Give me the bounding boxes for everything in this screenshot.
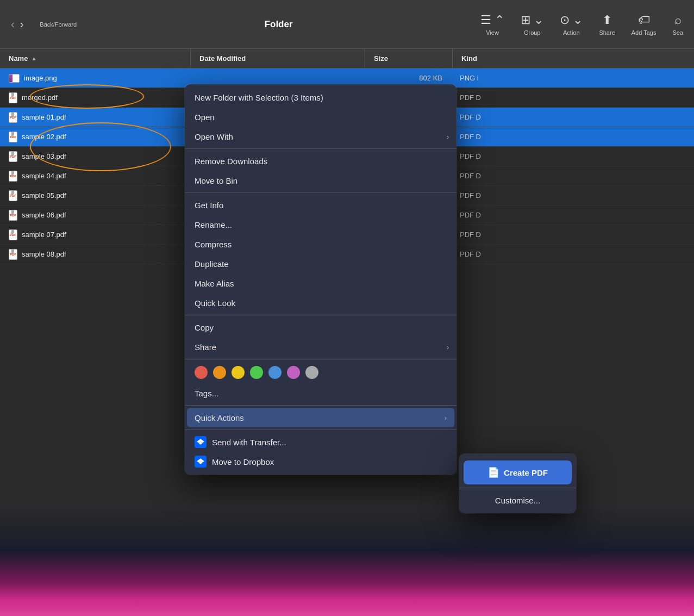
file-name: sample 02.pdf <box>22 133 66 141</box>
quick-actions-arrow-icon: › <box>445 414 447 422</box>
menu-divider-5 <box>185 405 457 406</box>
quick-actions-panel: 📄 Create PDF Customise... <box>459 454 576 513</box>
context-menu: New Folder with Selection (3 Items) Open… <box>185 84 457 475</box>
menu-move-to-dropbox[interactable]: Move to Dropbox <box>185 452 457 471</box>
file-name-cell: PDF sample 04.pdf <box>0 171 190 182</box>
group-icon: ⊞ ⌄ <box>521 13 543 27</box>
menu-make-alias[interactable]: Make Alias <box>185 273 457 293</box>
send-with-transfer-label: Send with Transfer... <box>212 438 286 447</box>
pdf-icon: PDF <box>9 112 17 123</box>
back-arrow-icon[interactable]: ‹ <box>11 18 15 30</box>
share-arrow-icon: › <box>447 343 449 351</box>
pdf-icon: PDF <box>9 190 17 201</box>
date-column-header[interactable]: Date Modified <box>191 54 365 63</box>
pdf-icon: PDF <box>9 92 17 103</box>
menu-remove-downloads[interactable]: Remove Downloads <box>185 151 457 171</box>
menu-get-info[interactable]: Get Info <box>185 195 457 215</box>
name-column-header[interactable]: Name ▲ <box>0 54 190 63</box>
forward-arrow-icon[interactable]: › <box>20 18 24 30</box>
pdf-icon: PDF <box>9 151 17 162</box>
pdf-icon: PDF <box>9 229 17 240</box>
menu-quick-look[interactable]: Quick Look <box>185 293 457 313</box>
tag-color-dot[interactable] <box>232 366 245 379</box>
file-kind-cell: PDF D <box>451 94 694 102</box>
dropbox-icon-2 <box>195 456 207 468</box>
file-kind-cell: PDF D <box>451 133 694 141</box>
file-name-cell: image.png <box>0 74 190 83</box>
file-name-cell: PDF sample 01.pdf <box>0 112 190 123</box>
file-name: sample 07.pdf <box>22 231 66 239</box>
share-button[interactable]: ⬆ Share <box>599 13 615 36</box>
add-tags-button[interactable]: 🏷 Add Tags <box>632 13 657 36</box>
menu-divider-6 <box>185 430 457 430</box>
file-name: merged.pdf <box>22 94 58 102</box>
open-with-arrow-icon: › <box>447 133 449 141</box>
bottom-gradient <box>0 507 694 616</box>
menu-open-with[interactable]: Open With › <box>185 127 457 146</box>
create-pdf-button[interactable]: 📄 Create PDF <box>464 461 572 484</box>
menu-tags[interactable]: Tags... <box>185 383 457 403</box>
file-kind-cell: PDF D <box>451 152 694 160</box>
file-name: sample 01.pdf <box>22 113 66 121</box>
menu-rename[interactable]: Rename... <box>185 215 457 234</box>
back-forward-label: Back/Forward <box>40 21 77 28</box>
pdf-icon: PDF <box>9 132 17 142</box>
file-name: sample 08.pdf <box>22 250 66 258</box>
menu-duplicate[interactable]: Duplicate <box>185 254 457 273</box>
action-button[interactable]: ⊙ ⌄ Action <box>560 13 583 36</box>
window-title: Folder <box>104 19 453 30</box>
file-size-cell: 802 KB <box>364 74 451 82</box>
search-button[interactable]: ⌕ Sea <box>672 13 683 36</box>
file-name: image.png <box>24 74 57 82</box>
file-name: sample 06.pdf <box>22 211 66 219</box>
kind-column-header[interactable]: Kind <box>453 54 694 63</box>
menu-compress[interactable]: Compress <box>185 234 457 254</box>
pdf-icon: PDF <box>9 210 17 221</box>
back-forward-group[interactable]: ‹ › <box>11 18 23 30</box>
dropbox-icon-1 <box>195 436 207 448</box>
menu-new-folder-selection[interactable]: New Folder with Selection (3 Items) <box>185 88 457 107</box>
create-pdf-icon: 📄 <box>487 466 499 478</box>
file-kind-cell: PDF D <box>451 191 694 200</box>
file-name-cell: PDF merged.pdf <box>0 92 190 103</box>
column-headers: Name ▲ Date Modified Size Kind <box>0 49 694 69</box>
file-kind-cell: PDF D <box>451 250 694 258</box>
size-column-header[interactable]: Size <box>365 54 452 63</box>
file-kind-cell: PNG i <box>451 74 694 82</box>
view-icon: ☰ ⌃ <box>480 13 504 27</box>
file-kind-cell: PDF D <box>451 172 694 180</box>
menu-share[interactable]: Share › <box>185 337 457 357</box>
sort-indicator: ▲ <box>31 55 36 61</box>
pdf-icon: PDF <box>9 171 17 182</box>
pdf-icon: PDF <box>9 249 17 260</box>
file-name-cell: PDF sample 08.pdf <box>0 249 190 260</box>
menu-divider-1 <box>185 148 457 149</box>
group-button[interactable]: ⊞ ⌄ Group <box>521 13 543 36</box>
menu-send-with-transfer[interactable]: Send with Transfer... <box>185 432 457 452</box>
view-button[interactable]: ☰ ⌃ View <box>480 13 504 36</box>
tag-color-dot[interactable] <box>287 366 300 379</box>
tag-color-dot[interactable] <box>250 366 263 379</box>
file-name-cell: PDF sample 03.pdf <box>0 151 190 162</box>
menu-move-to-bin[interactable]: Move to Bin <box>185 171 457 190</box>
share-icon: ⬆ <box>602 13 612 27</box>
menu-copy[interactable]: Copy <box>185 318 457 337</box>
move-to-dropbox-label: Move to Dropbox <box>212 457 274 466</box>
tag-color-dot[interactable] <box>213 366 226 379</box>
file-name-cell: PDF sample 02.pdf <box>0 132 190 142</box>
tag-color-dot[interactable] <box>268 366 282 379</box>
file-name-cell: PDF sample 05.pdf <box>0 190 190 201</box>
search-icon: ⌕ <box>674 13 682 27</box>
png-icon <box>9 74 20 83</box>
menu-quick-actions[interactable]: Quick Actions › <box>187 408 454 427</box>
file-name: sample 03.pdf <box>22 152 66 160</box>
tag-color-dot[interactable] <box>305 366 318 379</box>
toolbar: ‹ › Back/Forward Folder ☰ ⌃ View ⊞ ⌄ Gro… <box>0 0 694 49</box>
file-kind-cell: PDF D <box>451 113 694 121</box>
tag-color-dot[interactable] <box>195 366 208 379</box>
file-name: sample 05.pdf <box>22 191 66 200</box>
customise-button[interactable]: Customise... <box>459 490 576 510</box>
menu-open[interactable]: Open <box>185 107 457 127</box>
file-kind-cell: PDF D <box>451 231 694 239</box>
action-icon: ⊙ ⌄ <box>560 13 583 27</box>
